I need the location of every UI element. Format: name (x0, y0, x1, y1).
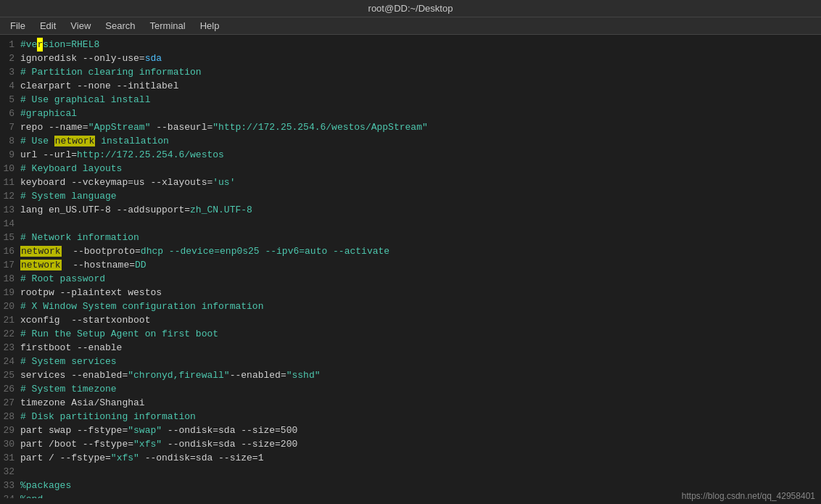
code-line: 10# Keyboard layouts (0, 162, 821, 175)
code-line: 9url --url=http://172.25.254.6/westos (0, 148, 821, 162)
menu-view[interactable]: View (63, 19, 98, 33)
line-content: firstboot --enable (20, 341, 122, 355)
code-line: 1#version=RHEL8 (0, 38, 821, 51)
line-number: 20 (0, 299, 20, 313)
status-url: https://blog.csdn.net/qq_42958401 (682, 491, 815, 501)
code-line: 11keyboard --vckeymap=us --xlayouts='us' (0, 175, 821, 189)
line-number: 24 (0, 355, 20, 368)
line-number: 1 (0, 38, 20, 51)
line-number: 12 (0, 189, 20, 203)
code-line: 32 (0, 465, 821, 479)
line-content: repo --name="AppStream" --baseurl="http:… (20, 120, 428, 134)
code-line: 25services --enabled="chronyd,firewall"-… (0, 368, 821, 382)
line-number: 21 (0, 313, 20, 327)
line-number: 25 (0, 368, 20, 382)
line-content: # Disk partitioning information (20, 410, 196, 424)
line-number: 32 (0, 465, 20, 479)
line-number: 7 (0, 120, 20, 134)
code-line: 14 (0, 217, 821, 231)
code-line: 3# Partition clearing information (0, 65, 821, 79)
code-line: 22# Run the Setup Agent on first boot (0, 327, 821, 341)
line-content: # Network information (20, 231, 139, 244)
line-number: 14 (0, 217, 20, 231)
menu-search[interactable]: Search (98, 19, 142, 33)
code-line: 16network --bootproto=dhcp --device=enp0… (0, 244, 821, 258)
line-content: %packages (20, 479, 71, 492)
line-content: # Use graphical install (20, 93, 150, 107)
line-content: #graphical (20, 107, 77, 120)
menu-edit[interactable]: Edit (33, 19, 63, 33)
line-content: # System language (20, 189, 117, 203)
line-content: # System timezone (20, 382, 117, 396)
code-line: 24# System services (0, 355, 821, 368)
line-content: keyboard --vckeymap=us --xlayouts='us' (20, 175, 235, 189)
line-content (20, 217, 26, 231)
menu-terminal[interactable]: Terminal (143, 19, 193, 33)
line-content: clearpart --none --initlabel (20, 79, 178, 93)
code-line: 31part / --fstype="xfs" --ondisk=sda --s… (0, 451, 821, 465)
line-number: 17 (0, 258, 20, 272)
line-content: # Use network installation (20, 134, 169, 148)
line-content: part /boot --fstype="xfs" --ondisk=sda -… (20, 437, 297, 451)
line-number: 10 (0, 162, 20, 175)
menu-file[interactable]: File (3, 19, 33, 33)
line-content (20, 465, 26, 479)
code-line: 7repo --name="AppStream" --baseurl="http… (0, 120, 821, 134)
line-content: # Partition clearing information (20, 65, 202, 79)
line-content: network --bootproto=dhcp --device=enp0s2… (20, 244, 389, 258)
code-line: 27timezone Asia/Shanghai (0, 396, 821, 410)
line-number: 18 (0, 272, 20, 286)
code-line: 6#graphical (0, 107, 821, 120)
code-line: 18# Root password (0, 272, 821, 286)
line-content: # Run the Setup Agent on first boot (20, 327, 218, 341)
line-number: 16 (0, 244, 20, 258)
line-number: 27 (0, 396, 20, 410)
line-content: ignoredisk --only-use=sda (20, 51, 162, 65)
line-number: 3 (0, 65, 20, 79)
line-number: 9 (0, 148, 20, 162)
code-line: 23firstboot --enable (0, 341, 821, 355)
editor[interactable]: 1#version=RHEL82ignoredisk --only-use=sd… (0, 35, 821, 498)
line-content: services --enabled="chronyd,firewall"--e… (20, 368, 321, 382)
code-line: 20# X Window System configuration inform… (0, 299, 821, 313)
code-line: 29part swap --fstype="swap" --ondisk=sda… (0, 424, 821, 437)
code-line: 12# System language (0, 189, 821, 203)
line-number: 6 (0, 107, 20, 120)
menu-help[interactable]: Help (193, 19, 227, 33)
line-content: xconfig --startxonboot (20, 313, 150, 327)
line-number: 33 (0, 479, 20, 492)
code-line: 21xconfig --startxonboot (0, 313, 821, 327)
code-line: 17network --hostname=DD (0, 258, 821, 272)
line-content: # X Window System configuration informat… (20, 299, 263, 313)
line-number: 28 (0, 410, 20, 424)
line-content: network --hostname=DD (20, 258, 147, 272)
line-number: 26 (0, 382, 20, 396)
line-number: 31 (0, 451, 20, 465)
line-number: 2 (0, 51, 20, 65)
code-line: 5# Use graphical install (0, 93, 821, 107)
line-content: lang en_US.UTF-8 --addsupport=zh_CN.UTF-… (20, 203, 252, 217)
line-number: 22 (0, 327, 20, 341)
line-number: 13 (0, 203, 20, 217)
line-content: %end (20, 492, 43, 498)
line-number: 5 (0, 93, 20, 107)
code-line: 26# System timezone (0, 382, 821, 396)
code-line: 2ignoredisk --only-use=sda (0, 51, 821, 65)
line-number: 19 (0, 286, 20, 299)
line-content: #version=RHEL8 (20, 38, 99, 51)
line-content: # Keyboard layouts (20, 162, 122, 175)
code-line: 30part /boot --fstype="xfs" --ondisk=sda… (0, 437, 821, 451)
title-bar: root@DD:~/Desktop (0, 0, 821, 17)
line-number: 8 (0, 134, 20, 148)
status-bar: https://blog.csdn.net/qq_42958401 (676, 488, 821, 504)
line-number: 15 (0, 231, 20, 244)
menu-bar: File Edit View Search Terminal Help (0, 17, 821, 35)
line-number: 23 (0, 341, 20, 355)
line-number: 34 (0, 492, 20, 498)
line-number: 29 (0, 424, 20, 437)
line-content: part / --fstype="xfs" --ondisk=sda --siz… (20, 451, 263, 465)
line-content: part swap --fstype="swap" --ondisk=sda -… (20, 424, 297, 437)
code-line: 8# Use network installation (0, 134, 821, 148)
line-content: # System services (20, 355, 117, 368)
line-number: 30 (0, 437, 20, 451)
